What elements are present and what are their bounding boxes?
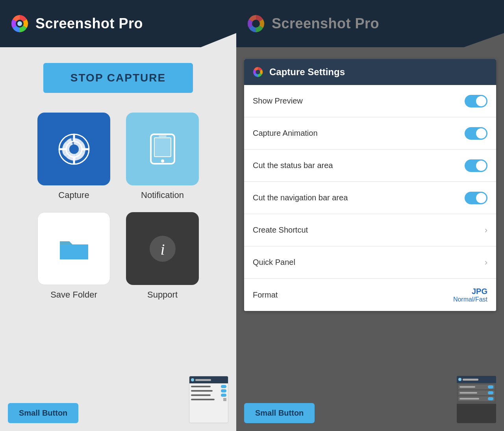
left-panel: Screenshot Pro STOP CAPTURE [0,0,236,431]
settings-card: Capture Settings Show Preview Capture An… [244,59,496,311]
capture-icon-box [37,113,110,185]
svg-point-18 [252,20,260,28]
menu-item-save-folder[interactable]: Save Folder [37,212,110,300]
svg-rect-11 [154,138,171,157]
left-small-button[interactable]: Small Button [8,403,78,423]
support-label: Support [147,290,178,300]
capture-label: Capture [58,190,89,200]
format-value: JPG Normal/Fast [453,287,487,303]
settings-row-quick-panel[interactable]: Quick Panel › [244,246,496,279]
settings-row-format[interactable]: Format JPG Normal/Fast [244,279,496,311]
settings-row-create-shortcut[interactable]: Create Shortcut › [244,214,496,246]
svg-rect-14 [159,135,167,137]
svg-point-9 [69,144,79,154]
left-header: Screenshot Pro [0,0,236,47]
support-icon: i [149,235,176,263]
format-main-value: JPG [453,287,487,296]
app-logo-left [9,13,30,34]
show-preview-toggle[interactable] [465,95,487,107]
left-content: STOP CAPTURE [0,47,236,431]
save-folder-icon [58,236,90,261]
format-sub-value: Normal/Fast [453,296,487,303]
show-preview-label: Show Preview [253,96,303,105]
right-thumbnail [457,376,496,423]
svg-rect-15 [60,244,88,259]
right-small-button[interactable]: Small Button [244,403,315,423]
left-app-title: Screenshot Pro [35,15,143,32]
support-icon-box: i [126,212,199,285]
cut-nav-bar-label: Cut the navigation bar area [253,193,348,202]
svg-point-19 [256,70,260,74]
settings-card-header: Capture Settings [244,59,496,85]
settings-row-show-preview: Show Preview [244,85,496,117]
notification-label: Notification [141,190,184,200]
notification-icon-box [126,113,199,185]
right-header: Screenshot Pro [236,0,504,47]
right-bottom-row: Small Button [236,376,504,423]
capture-animation-label: Capture Animation [253,129,318,138]
save-folder-icon-box [37,212,110,285]
menu-item-capture[interactable]: Capture [37,113,110,200]
svg-point-13 [161,159,164,163]
settings-title: Capture Settings [269,67,345,78]
main-menu-grid: Capture Notification [37,113,199,300]
svg-point-2 [17,21,22,26]
cut-status-bar-toggle[interactable] [465,159,487,172]
left-thumbnail [189,376,228,423]
format-label: Format [253,290,278,300]
quick-panel-label: Quick Panel [253,258,295,267]
capture-animation-toggle[interactable] [465,127,487,140]
create-shortcut-chevron: › [485,225,487,235]
capture-icon [58,133,90,165]
save-folder-label: Save Folder [50,290,97,300]
right-app-title: Screenshot Pro [272,15,379,32]
left-bottom-row: Small Button [0,376,236,423]
capture-settings-icon [252,66,264,78]
app-logo-right [246,13,266,34]
menu-item-notification[interactable]: Notification [126,113,199,200]
svg-text:i: i [160,240,165,258]
right-panel: Screenshot Pro Capture Settings Show Pre… [236,0,504,431]
cut-status-bar-label: Cut the status bar area [253,161,333,170]
menu-item-support[interactable]: i Support [126,212,199,300]
settings-row-capture-animation: Capture Animation [244,117,496,150]
settings-row-cut-status-bar: Cut the status bar area [244,150,496,182]
cut-nav-bar-toggle[interactable] [465,192,487,204]
stop-capture-button[interactable]: STOP CAPTURE [43,63,193,93]
notification-icon [149,132,176,166]
settings-row-cut-nav-bar: Cut the navigation bar area [244,182,496,214]
quick-panel-chevron: › [485,257,487,268]
create-shortcut-label: Create Shortcut [253,226,308,235]
